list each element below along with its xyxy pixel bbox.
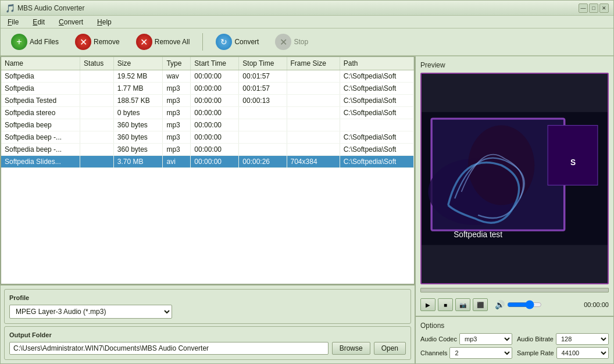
channels-row: Channels 12 <box>420 347 512 359</box>
table-cell-path: C:\Softpedia\Soft <box>340 107 413 119</box>
menu-edit[interactable]: Edit <box>30 17 47 27</box>
table-row[interactable]: Softpedia Tested188.57 KBmp300:00:0000:0… <box>1 95 414 107</box>
sample-rate-select[interactable]: 220504410048000 <box>556 347 609 359</box>
table-cell-size: 0 bytes <box>113 107 163 119</box>
screenshot-button[interactable]: 📷 <box>455 298 470 311</box>
volume-slider[interactable] <box>507 300 542 309</box>
table-row[interactable]: Softpedia stereo0 bytesmp300:00:00C:\Sof… <box>1 107 414 119</box>
stop-icon: ✕ <box>275 34 291 50</box>
menu-file[interactable]: File <box>5 17 21 27</box>
toolbar-separator <box>202 33 203 51</box>
table-row[interactable]: Softpedia1.77 MBmp300:00:0000:01:57C:\So… <box>1 83 414 95</box>
preview-section: Preview <box>416 56 613 316</box>
progress-bar <box>420 288 609 292</box>
options-grid: Audio Codec mp3aacwavogg Audio Bitrate 6… <box>420 333 609 359</box>
table-cell-name: Softpedia Slides... <box>1 156 80 168</box>
table-cell-frame_size: 704x384 <box>287 156 340 168</box>
output-section-label: Output Folder <box>9 331 406 338</box>
table-row[interactable]: Softpedia Slides...3.70 MBavi00:00:0000:… <box>1 156 414 168</box>
table-cell-stop <box>239 131 287 144</box>
convert-label: Convert <box>234 38 259 46</box>
browse-button[interactable]: Browse <box>332 342 370 355</box>
file-list-container[interactable]: Name Status Size Type Start Time Stop Ti… <box>1 56 415 284</box>
table-cell-stop: 00:00:26 <box>239 156 287 168</box>
table-cell-start: 00:00:00 <box>191 131 239 144</box>
table-row[interactable]: Softpedia beep -...360 bytesmp300:00:00C… <box>1 144 414 156</box>
add-files-button[interactable]: + Add Files <box>5 31 65 52</box>
svg-text:S: S <box>570 158 576 167</box>
table-cell-start: 00:00:00 <box>191 70 239 83</box>
maximize-button[interactable]: □ <box>589 3 598 13</box>
table-cell-size: 3.70 MB <box>113 156 163 168</box>
table-cell-path: C:\Softpedia\Soft <box>340 70 413 83</box>
table-cell-stop: 00:01:57 <box>239 83 287 95</box>
table-cell-path: C:\Softpedia\Soft <box>340 83 413 95</box>
table-cell-stop: 00:01:57 <box>239 70 287 83</box>
table-cell-name: Softpedia beep <box>1 119 80 131</box>
output-row: Browse Open <box>9 342 406 355</box>
table-row[interactable]: Softpedia beep360 bytesmp300:00:00 <box>1 119 414 131</box>
col-stop-time: Stop Time <box>239 57 287 70</box>
menu-help[interactable]: Help <box>95 17 114 27</box>
table-cell-size: 19.52 MB <box>113 70 163 83</box>
audio-codec-select[interactable]: mp3aacwavogg <box>459 333 512 345</box>
remove-all-label: Remove All <box>155 38 190 46</box>
table-cell-type: wav <box>163 70 191 83</box>
table-row[interactable]: Softpedia19.52 MBwav00:00:0000:01:57C:\S… <box>1 70 414 83</box>
app-icon: 🎵 <box>5 3 15 13</box>
sample-rate-row: Sample Rate 220504410048000 <box>517 347 609 359</box>
stop-playback-button[interactable]: ■ <box>438 298 453 311</box>
options-label: Options <box>420 322 609 330</box>
bottom-panels: Profile MPEG Layer-3 Audio (*.mp3)WAV Au… <box>1 284 415 363</box>
remove-label: Remove <box>94 38 120 46</box>
title-bar: 🎵 MBS Audio Converter — □ ✕ <box>1 1 613 16</box>
remove-button[interactable]: ✕ Remove <box>69 31 126 52</box>
preview-label: Preview <box>420 61 609 69</box>
col-size: Size <box>113 57 163 70</box>
table-cell-status <box>80 119 114 131</box>
play-button[interactable]: ▶ <box>420 298 435 311</box>
profile-select[interactable]: MPEG Layer-3 Audio (*.mp3)WAV Audio (*.w… <box>9 305 172 319</box>
convert-icon: ↻ <box>216 34 232 50</box>
channels-select[interactable]: 12 <box>449 347 512 359</box>
table-cell-stop <box>239 119 287 131</box>
file-table: Name Status Size Type Start Time Stop Ti… <box>1 57 414 168</box>
table-cell-start: 00:00:00 <box>191 83 239 95</box>
table-cell-name: Softpedia Tested <box>1 95 80 107</box>
output-path-input[interactable] <box>9 342 329 355</box>
menu-bar: File Edit Convert Help <box>1 16 613 28</box>
col-name: Name <box>1 57 80 70</box>
table-cell-frame_size <box>287 119 340 131</box>
minimize-button[interactable]: — <box>579 3 588 13</box>
table-cell-size: 360 bytes <box>113 144 163 156</box>
table-cell-frame_size <box>287 95 340 107</box>
convert-button[interactable]: ↻ Convert <box>210 31 265 52</box>
table-cell-stop: 00:00:13 <box>239 95 287 107</box>
fullscreen-button[interactable]: ⬛ <box>473 298 488 311</box>
stop-button[interactable]: ✕ Stop <box>269 31 314 52</box>
table-cell-frame_size <box>287 144 340 156</box>
close-button[interactable]: ✕ <box>599 3 609 13</box>
table-cell-name: Softpedia <box>1 70 80 83</box>
table-cell-name: Softpedia beep -... <box>1 144 80 156</box>
right-panel: Preview <box>416 56 613 363</box>
left-panel: Name Status Size Type Start Time Stop Ti… <box>1 56 416 363</box>
audio-bitrate-select[interactable]: 6496128192256320 <box>556 333 609 345</box>
remove-all-button[interactable]: ✕ Remove All <box>130 31 196 52</box>
menu-convert[interactable]: Convert <box>56 17 85 27</box>
table-row[interactable]: Softpedia beep -...360 bytesmp300:00:00C… <box>1 131 414 144</box>
open-button[interactable]: Open <box>374 342 406 355</box>
table-cell-size: 188.57 KB <box>113 95 163 107</box>
col-type: Type <box>163 57 191 70</box>
stop-label: Stop <box>294 38 308 46</box>
main-content: Name Status Size Type Start Time Stop Ti… <box>1 56 613 363</box>
table-cell-type: mp3 <box>163 95 191 107</box>
col-status: Status <box>80 57 114 70</box>
table-cell-type: mp3 <box>163 107 191 119</box>
table-cell-path: C:\Softpedia\Soft <box>340 144 413 156</box>
audio-codec-label: Audio Codec <box>420 336 457 342</box>
table-cell-name: Softpedia <box>1 83 80 95</box>
table-cell-start: 00:00:00 <box>191 107 239 119</box>
main-window: 🎵 MBS Audio Converter — □ ✕ File Edit Co… <box>0 0 614 364</box>
table-cell-stop <box>239 107 287 119</box>
